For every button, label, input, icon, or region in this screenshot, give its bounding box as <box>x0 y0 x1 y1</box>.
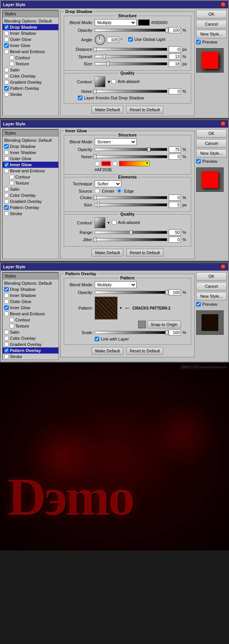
sidebar-item-pattern-overlay-3[interactable]: Pattern Overlay <box>3 347 58 354</box>
global-light-checkbox-1[interactable] <box>128 37 133 42</box>
checkbox-color-overlay-1[interactable] <box>4 74 9 78</box>
checkbox-bevel-1[interactable] <box>4 49 9 54</box>
checkbox-satin-1[interactable] <box>4 68 9 72</box>
sidebar-item-inner-glow-2[interactable]: Inner Glow <box>3 162 58 168</box>
checkbox-gradient-overlay-1[interactable] <box>4 80 9 84</box>
opacity-slider-3[interactable] <box>95 291 167 294</box>
checkbox-stroke-2[interactable] <box>4 211 9 216</box>
sidebar-item-blending-3[interactable]: Blending Options: Default <box>3 280 58 286</box>
sidebar-item-gradient-overlay-2[interactable]: Gradient Overlay <box>3 198 58 204</box>
sidebar-item-color-overlay-2[interactable]: Color Overlay <box>3 192 58 198</box>
sidebar-item-drop-shadow-3[interactable]: Drop Shadow <box>3 286 58 292</box>
layer-knocks-checkbox-1[interactable] <box>78 96 82 100</box>
cancel-btn-1[interactable]: Cancel <box>196 20 227 28</box>
gradient-swatch-2[interactable]: ▼ <box>119 161 150 166</box>
size-slider-2[interactable] <box>95 203 167 206</box>
make-default-btn-1[interactable]: Make Default <box>92 106 123 114</box>
checkbox-outer-glow-3[interactable] <box>4 299 9 304</box>
sidebar-item-color-overlay-3[interactable]: Color Overlay <box>3 335 58 341</box>
color-swatch-2[interactable] <box>101 161 111 166</box>
pattern-dropdown-3[interactable]: ▼ <box>119 306 123 310</box>
checkbox-bevel-2[interactable] <box>4 169 9 173</box>
opacity-value-1[interactable]: 100 <box>169 27 181 33</box>
reset-default-btn-2[interactable]: Reset to Default <box>126 249 163 256</box>
size-value-2[interactable]: 5 <box>169 202 181 208</box>
sidebar-item-gradient-overlay-3[interactable]: Gradient Overlay <box>3 341 58 347</box>
sidebar-item-contour-2[interactable]: Contour <box>3 174 58 180</box>
cancel-btn-3[interactable]: Cancel <box>196 282 227 290</box>
sidebar-item-drop-shadow-2[interactable]: Drop Shadow <box>3 143 58 149</box>
checkbox-color-overlay-2[interactable] <box>4 193 9 198</box>
anti-aliased-checkbox-2[interactable] <box>112 220 116 225</box>
ok-btn-2[interactable]: OK <box>196 129 227 138</box>
sidebar-item-stroke-3[interactable]: Stroke <box>3 354 58 360</box>
sidebar-item-gradient-overlay-1[interactable]: Gradient Overlay <box>3 79 58 85</box>
choke-slider-2[interactable] <box>95 196 167 199</box>
checkbox-texture-2[interactable] <box>10 181 14 185</box>
scale-value-3[interactable]: 100 <box>169 329 181 336</box>
opacity-slider-2[interactable] <box>95 148 167 151</box>
sidebar-item-stroke-1[interactable]: Stroke <box>3 91 58 97</box>
checkbox-drop-shadow-2[interactable] <box>4 144 9 149</box>
radio-color-2[interactable] <box>95 161 100 166</box>
sidebar-item-outer-glow-3[interactable]: Outer Glow <box>3 298 58 305</box>
contour-preview-1[interactable] <box>95 76 105 87</box>
sidebar-item-color-overlay-1[interactable]: Color Overlay <box>3 73 58 79</box>
checkbox-inner-shadow-1[interactable] <box>4 31 9 36</box>
blend-mode-select-2[interactable]: Screen <box>95 138 137 145</box>
make-default-btn-2[interactable]: Make Default <box>92 249 123 256</box>
checkbox-texture-1[interactable] <box>10 62 14 66</box>
checkbox-color-overlay-3[interactable] <box>4 336 9 341</box>
angle-dial-1[interactable] <box>95 34 105 45</box>
checkbox-stroke-1[interactable] <box>4 92 9 97</box>
radio-edge-2[interactable] <box>117 188 122 193</box>
distance-slider-1[interactable] <box>95 48 167 51</box>
distance-value-1[interactable]: 0 <box>169 46 181 52</box>
sidebar-item-texture-1[interactable]: Texture <box>3 61 58 67</box>
checkbox-inner-shadow-3[interactable] <box>4 293 9 298</box>
close-icon-3[interactable] <box>221 264 226 269</box>
checkbox-drop-shadow-3[interactable] <box>4 287 9 292</box>
radio-gradient-2[interactable] <box>113 161 118 166</box>
noise-value-2[interactable]: 0 <box>169 154 181 160</box>
size-value-1[interactable]: 18 <box>169 61 181 67</box>
snap-to-origin-btn-3[interactable]: Snap to Origin <box>147 321 181 328</box>
sidebar-item-contour-1[interactable]: Contour <box>3 55 58 61</box>
sidebar-item-texture-3[interactable]: Texture <box>3 323 58 329</box>
opacity-slider-1[interactable] <box>95 29 167 32</box>
checkbox-gradient-overlay-2[interactable] <box>4 199 9 204</box>
sidebar-item-drop-shadow-1[interactable]: Drop Shadow <box>3 24 58 30</box>
blend-mode-select-3[interactable]: Multiply <box>95 281 137 288</box>
technique-select-2[interactable]: Softer <box>95 180 121 187</box>
jitter-value-2[interactable]: 0 <box>169 237 181 243</box>
sidebar-item-pattern-overlay-1[interactable]: Pattern Overlay <box>3 85 58 91</box>
sidebar-item-outer-glow-1[interactable]: Outer Glow <box>3 36 58 42</box>
cancel-btn-2[interactable]: Cancel <box>196 139 227 148</box>
new-style-btn-3[interactable]: New Style... <box>196 292 227 300</box>
preview-checkbox-1[interactable] <box>196 40 201 44</box>
anti-aliased-checkbox-1[interactable] <box>111 79 116 84</box>
noise-slider-1[interactable] <box>95 90 167 93</box>
reset-default-btn-1[interactable]: Reset to Default <box>126 106 163 114</box>
ok-btn-1[interactable]: OK <box>196 10 227 18</box>
pattern-arrow-3[interactable]: ← <box>124 304 131 312</box>
checkbox-stroke-3[interactable] <box>4 354 9 359</box>
new-style-btn-2[interactable]: New Style... <box>196 149 227 157</box>
sidebar-item-bevel-1[interactable]: Bevel and Emboss <box>3 49 58 55</box>
sidebar-item-outer-glow-2[interactable]: Outer Glow <box>3 156 58 162</box>
sidebar-item-bevel-3[interactable]: Bevel and Emboss <box>3 311 58 317</box>
make-default-btn-3[interactable]: Make Default <box>92 347 123 355</box>
size-slider-1[interactable] <box>95 62 167 65</box>
preview-checkbox-2[interactable] <box>196 159 201 164</box>
checkbox-bevel-3[interactable] <box>4 311 9 316</box>
close-icon-2[interactable] <box>221 121 226 127</box>
checkbox-texture-3[interactable] <box>10 324 14 328</box>
range-value-2[interactable]: 50 <box>169 229 181 235</box>
checkbox-pattern-overlay-1[interactable] <box>4 86 9 91</box>
checkbox-inner-glow-1[interactable] <box>4 43 9 48</box>
checkbox-drop-shadow-1[interactable] <box>4 25 9 29</box>
checkbox-outer-glow-2[interactable] <box>4 156 9 161</box>
link-layer-checkbox-3[interactable] <box>95 337 99 341</box>
spread-value-1[interactable]: 13 <box>169 54 181 60</box>
close-icon-1[interactable] <box>221 2 226 7</box>
